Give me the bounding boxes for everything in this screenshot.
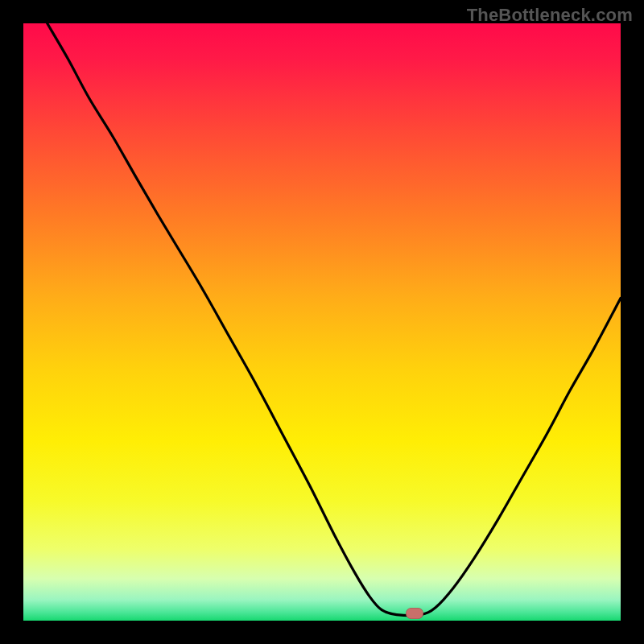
bottleneck-curve-path xyxy=(47,23,621,616)
optimal-point-marker xyxy=(406,608,423,619)
plot-area xyxy=(23,23,621,621)
watermark-text: TheBottleneck.com xyxy=(467,5,633,26)
chart-frame: TheBottleneck.com xyxy=(0,0,644,644)
bottleneck-curve xyxy=(23,23,621,621)
